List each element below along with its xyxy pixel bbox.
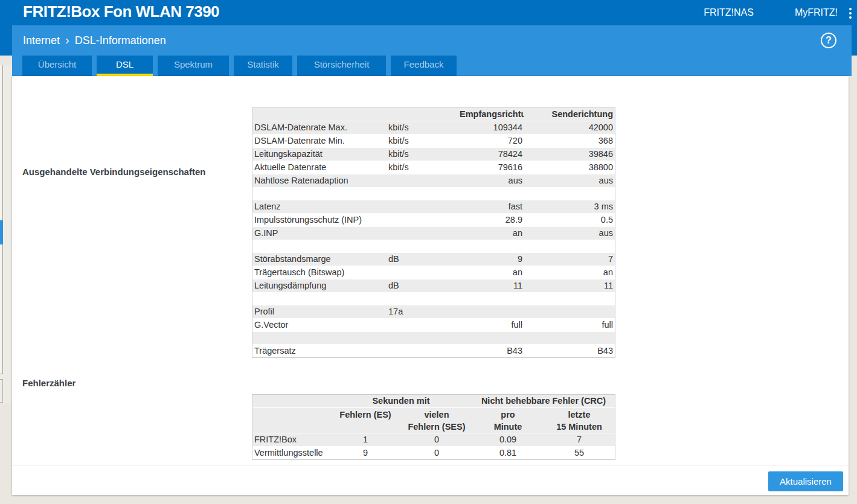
row-label: DSLAM-Datenrate Min.	[252, 135, 387, 148]
row-label: Vermittlungsstelle	[252, 447, 330, 460]
table-row: Impulsstörungsschutz (INP) 28.9 0.5	[252, 214, 615, 227]
row-unit: dB	[387, 253, 458, 266]
row-send-value	[524, 240, 615, 253]
row-label: Trägersatz	[252, 345, 387, 358]
row-send-value: B43	[524, 345, 615, 358]
row-receive-value: fast	[458, 200, 524, 214]
row-receive-value: 78424	[458, 148, 524, 161]
tab-statistik[interactable]: Statistik	[234, 56, 292, 76]
table-row	[252, 332, 615, 345]
table-row: Leitungsdämpfung dB 11 11	[252, 279, 615, 293]
row-unit	[387, 214, 458, 227]
table-row: G.INP an aus	[252, 227, 615, 240]
row-unit	[387, 332, 458, 345]
row-unit: kbit/s	[387, 121, 458, 135]
row-send-value: 0.5	[524, 214, 615, 227]
tab-stoersicherheit[interactable]: Störsicherheit	[297, 56, 386, 76]
row-unit	[387, 227, 458, 240]
tab-spektrum[interactable]: Spektrum	[158, 56, 229, 76]
table-header-row: Empfangsrichtung Senderichtung	[252, 108, 615, 121]
row-es-value: 1	[330, 433, 401, 447]
row-label: Leitungskapazität	[252, 148, 387, 161]
table-row: Aktuelle Datenrate kbit/s 79616 38800	[252, 161, 615, 174]
row-receive-value	[458, 305, 524, 319]
row-label	[252, 332, 387, 345]
refresh-button[interactable]: Aktualisieren	[768, 471, 843, 491]
row-label: Impulsstörungsschutz (INP)	[252, 214, 387, 227]
row-send-value: aus	[524, 174, 615, 188]
row-label: Aktuelle Datenrate	[252, 161, 387, 174]
row-receive-value: 9	[458, 253, 524, 266]
help-icon[interactable]: ?	[821, 33, 836, 48]
row-receive-value: 79616	[458, 161, 524, 174]
col-header-send: Senderichtung	[524, 108, 615, 121]
row-label: Trägertausch (Bitswap)	[252, 266, 387, 279]
tab-dsl[interactable]: DSL	[97, 56, 153, 76]
row-label: Profil	[252, 305, 387, 319]
breadcrumb: Internet › DSL-Informationen	[23, 25, 166, 56]
row-label: Leitungsdämpfung	[252, 279, 387, 293]
breadcrumb-bar: Internet › DSL-Informationen ?	[12, 25, 852, 56]
row-label: G.Vector	[252, 319, 387, 332]
row-receive-value: an	[458, 266, 524, 279]
table-row: Nahtlose Ratenadaption aus aus	[252, 174, 615, 188]
row-send-value: aus	[524, 227, 615, 240]
left-nav-active-item-fragment[interactable]	[0, 220, 3, 244]
table-row: DSLAM-Datenrate Max. kbit/s 109344 42000	[252, 121, 615, 135]
row-label	[252, 240, 387, 253]
row-send-value: 39846	[524, 148, 615, 161]
table-row: Störabstandsmarge dB 9 7	[252, 253, 615, 266]
row-label: G.INP	[252, 227, 387, 240]
myfritz-link[interactable]: MyFRITZ!	[795, 7, 838, 18]
table-row	[252, 240, 615, 253]
tab-feedback[interactable]: Feedback	[391, 56, 457, 76]
chevron-right-icon: ›	[65, 34, 69, 45]
row-unit	[387, 240, 458, 253]
connection-properties-heading: Ausgehandelte Verbindungseigenschaften	[22, 166, 205, 177]
row-label: Störabstandsmarge	[252, 253, 387, 266]
top-bar: FRITZ!Box Fon WLAN 7390 FRITZ!NAS MyFRIT…	[0, 0, 857, 25]
breadcrumb-section[interactable]: Internet	[23, 34, 60, 47]
row-unit: kbit/s	[387, 135, 458, 148]
col-header-last-15-min: letzte 15 Minuten	[544, 408, 615, 433]
row-send-value: full	[524, 319, 615, 332]
tab-uebersicht[interactable]: Übersicht	[22, 56, 92, 76]
row-send-value: 42000	[524, 121, 615, 135]
overflow-menu-icon[interactable]	[847, 5, 853, 21]
row-receive-value	[458, 188, 524, 200]
col-header-ses: vielen Fehlern (SES)	[401, 408, 472, 433]
row-unit: dB	[387, 279, 458, 293]
error-counter-heading: Fehlerzähler	[22, 377, 75, 389]
row-unit: 17a	[387, 305, 458, 319]
tab-bar: Übersicht DSL Spektrum Statistik Störsic…	[12, 56, 852, 76]
table-row: FRITZ!Box 1 0 0.09 7	[252, 433, 615, 447]
row-send-value	[524, 305, 615, 319]
table-row: Leitungskapazität kbit/s 78424 39846	[252, 148, 615, 161]
row-label: Latenz	[252, 200, 387, 214]
row-unit	[387, 293, 458, 305]
col-header-per-minute: pro Minute	[472, 408, 544, 433]
row-send-value: 368	[524, 135, 615, 148]
row-label	[252, 188, 387, 200]
row-unit: kbit/s	[387, 161, 458, 174]
table-row	[252, 188, 615, 200]
content-panel: Ausgehandelte Verbindungseigenschaften E…	[12, 76, 849, 495]
table-row: DSLAM-Datenrate Min. kbit/s 720 368	[252, 135, 615, 148]
row-per-minute-value: 0.09	[472, 433, 544, 447]
row-receive-value: 720	[458, 135, 524, 148]
table-row: Trägersatz B43 B43	[252, 345, 615, 358]
row-send-value	[524, 188, 615, 200]
fritznas-link[interactable]: FRITZ!NAS	[704, 7, 754, 18]
row-label: FRITZ!Box	[252, 433, 330, 447]
table-row: Profil 17a	[252, 305, 615, 319]
row-receive-value	[458, 332, 524, 345]
page: FRITZ!Box Fon WLAN 7390 FRITZ!NAS MyFRIT…	[0, 0, 857, 504]
row-unit	[387, 319, 458, 332]
table-group-header-row: Sekunden mit Nicht behebbare Fehler (CRC…	[252, 395, 615, 408]
row-ses-value: 0	[401, 433, 472, 447]
left-nav-sliver	[0, 65, 3, 374]
row-receive-value: B43	[458, 345, 524, 358]
table-row: G.Vector full full	[252, 319, 615, 332]
row-receive-value: full	[458, 319, 524, 332]
breadcrumb-page: DSL-Informationen	[75, 34, 166, 47]
